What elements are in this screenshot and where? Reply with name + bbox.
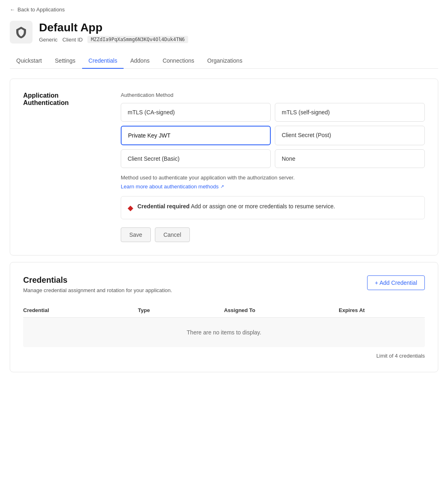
- method-none[interactable]: None: [275, 149, 425, 168]
- table-empty-state: There are no items to display.: [23, 318, 425, 347]
- credentials-limit: Limit of 4 credentials: [376, 353, 425, 359]
- table-footer: Limit of 4 credentials: [23, 347, 425, 359]
- back-link-label: Back to Applications: [17, 7, 65, 13]
- cancel-button[interactable]: Cancel: [155, 227, 190, 242]
- auth-method-label: Authentication Method: [121, 92, 425, 98]
- warning-icon: ◆: [128, 203, 133, 212]
- save-button[interactable]: Save: [121, 227, 151, 242]
- credentials-header-left: Credentials Manage credential assignment…: [23, 275, 172, 293]
- client-id-label: Client ID: [63, 37, 83, 43]
- credentials-card: Credentials Manage credential assignment…: [10, 262, 438, 372]
- method-client-secret-post[interactable]: Client Secret (Post): [275, 126, 425, 145]
- credentials-header: Credentials Manage credential assignment…: [23, 275, 425, 293]
- tab-addons[interactable]: Addons: [124, 53, 156, 69]
- tab-credentials[interactable]: Credentials: [82, 53, 124, 69]
- method-mtls-ca[interactable]: mTLS (CA-signed): [121, 103, 271, 122]
- col-assigned-to: Assigned To: [224, 307, 339, 313]
- col-type: Type: [138, 307, 224, 313]
- method-private-key-jwt[interactable]: Private Key JWT: [121, 126, 271, 145]
- app-meta: Generic Client ID MZZdIa9PqXaSmmg6N3KQv4…: [39, 36, 188, 43]
- client-id-value[interactable]: MZZdIa9PqXaSmmg6N3KQv4Ol4Duk4TN6: [87, 36, 188, 43]
- tab-settings[interactable]: Settings: [48, 53, 82, 69]
- auth-button-row: Save Cancel: [121, 227, 425, 242]
- col-expires-at: Expires At: [339, 307, 425, 313]
- tab-quickstart[interactable]: Quickstart: [10, 53, 48, 69]
- tabs-nav: Quickstart Settings Credentials Addons C…: [10, 53, 438, 69]
- auth-card: Application Authentication Authenticatio…: [10, 79, 438, 256]
- tab-organizations[interactable]: Organizations: [201, 53, 249, 69]
- auth-right: Authentication Method mTLS (CA-signed) m…: [121, 92, 425, 242]
- method-grid: mTLS (CA-signed) mTLS (self-signed) Priv…: [121, 103, 425, 168]
- method-mtls-self[interactable]: mTLS (self-signed): [275, 103, 425, 122]
- app-header: Default App Generic Client ID MZZdIa9PqX…: [10, 21, 438, 44]
- learn-more-link[interactable]: Learn more about authentication methods …: [121, 183, 224, 190]
- app-type: Generic: [39, 37, 58, 43]
- app-title-block: Default App Generic Client ID MZZdIa9PqX…: [39, 21, 188, 43]
- credentials-description: Manage credential assignment and rotatio…: [23, 287, 172, 293]
- app-icon-svg: [15, 26, 28, 39]
- auth-title: Application Authentication: [23, 92, 104, 107]
- cred-required-msg: Add or assign one or more credentials to…: [189, 203, 335, 210]
- learn-more-label: Learn more about authentication methods: [121, 183, 219, 190]
- auth-left: Application Authentication: [23, 92, 104, 242]
- add-credential-button[interactable]: + Add Credential: [367, 275, 425, 290]
- auth-section: Application Authentication Authenticatio…: [23, 92, 425, 242]
- method-client-secret-basic[interactable]: Client Secret (Basic): [121, 149, 271, 168]
- auth-help-text: Method used to authenticate your applica…: [121, 175, 425, 181]
- cred-message: Credential required Add or assign one or…: [137, 203, 335, 210]
- credential-required-box: ◆ Credential required Add or assign one …: [121, 196, 425, 219]
- empty-message: There are no items to display.: [187, 329, 261, 336]
- tab-connections[interactable]: Connections: [156, 53, 201, 69]
- col-credential: Credential: [23, 307, 138, 313]
- back-to-applications-link[interactable]: ← Back to Applications: [10, 7, 438, 13]
- app-icon: [10, 21, 33, 44]
- external-link-icon: ↗: [220, 184, 224, 189]
- credentials-title: Credentials: [23, 275, 172, 285]
- table-header: Credential Type Assigned To Expires At: [23, 303, 425, 318]
- app-name: Default App: [39, 21, 188, 34]
- cred-required-title: Credential required: [137, 203, 189, 210]
- arrow-left-icon: ←: [10, 7, 15, 13]
- credentials-section: Credentials Manage credential assignment…: [23, 275, 425, 359]
